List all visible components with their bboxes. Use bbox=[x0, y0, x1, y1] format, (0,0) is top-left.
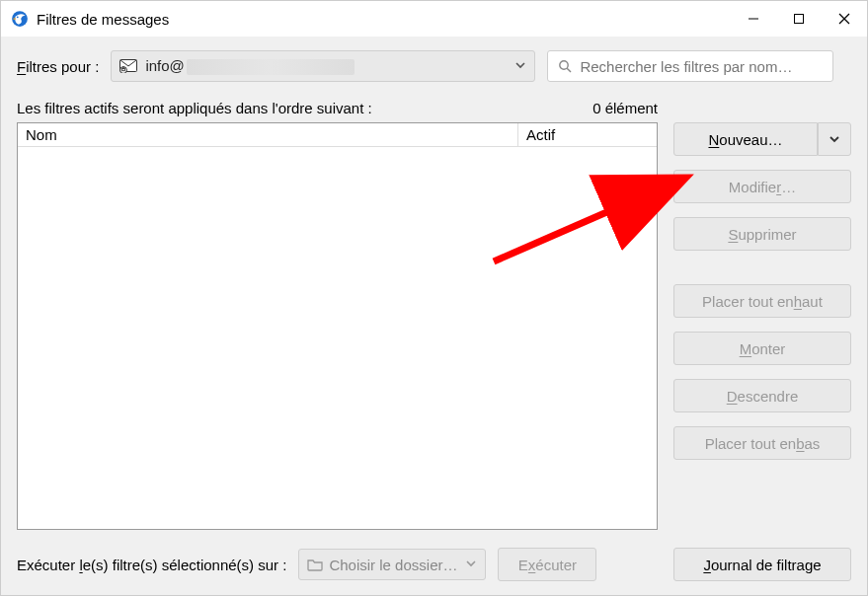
account-text: info@ bbox=[145, 57, 354, 75]
mail-icon bbox=[119, 59, 137, 73]
window-title: Filtres de messages bbox=[37, 11, 169, 28]
thunderbird-icon bbox=[11, 10, 29, 28]
order-caption: Les filtres actifs seront appliqués dans… bbox=[17, 100, 592, 116]
content-area: Filtres pour : info@ Rechercher les filt bbox=[1, 37, 867, 595]
move-bottom-button[interactable]: Placer tout en bas bbox=[673, 426, 851, 460]
chevron-down-icon bbox=[465, 557, 477, 572]
new-button-split: Nouveau… bbox=[673, 122, 851, 156]
close-button[interactable] bbox=[822, 3, 867, 35]
mid-area: Nom Actif Nouveau… Modifier… Supprimer P… bbox=[17, 122, 851, 530]
bottom-row: Exécuter le(s) filtre(s) sélectionné(s) … bbox=[17, 548, 851, 581]
new-button[interactable]: Nouveau… bbox=[673, 122, 818, 156]
filters-table[interactable]: Nom Actif bbox=[17, 122, 658, 530]
move-down-button[interactable]: Descendre bbox=[673, 379, 851, 412]
account-select[interactable]: info@ bbox=[111, 50, 535, 82]
search-icon bbox=[558, 59, 572, 73]
svg-point-7 bbox=[120, 67, 127, 73]
folder-icon bbox=[307, 558, 323, 571]
item-count: 0 élément bbox=[592, 100, 658, 116]
svg-point-1 bbox=[17, 16, 19, 18]
move-up-button[interactable]: Monter bbox=[673, 332, 851, 365]
search-input[interactable]: Rechercher les filtres par nom… bbox=[547, 50, 833, 82]
search-placeholder: Rechercher les filtres par nom… bbox=[580, 58, 792, 75]
folder-placeholder: Choisir le dossier… bbox=[329, 557, 465, 573]
folder-select[interactable]: Choisir le dossier… bbox=[298, 549, 486, 580]
svg-point-9 bbox=[560, 61, 568, 69]
table-header: Nom Actif bbox=[18, 123, 657, 147]
filter-log-button[interactable]: Journal de filtrage bbox=[673, 548, 851, 581]
table-body[interactable] bbox=[18, 147, 657, 529]
move-top-button[interactable]: Placer tout en haut bbox=[673, 284, 851, 318]
side-buttons: Nouveau… Modifier… Supprimer Placer tout… bbox=[673, 122, 851, 530]
modify-button[interactable]: Modifier… bbox=[673, 170, 851, 203]
new-button-dropdown[interactable] bbox=[818, 122, 851, 156]
delete-button[interactable]: Supprimer bbox=[673, 217, 851, 251]
titlebar: Filtres de messages bbox=[1, 1, 867, 37]
chevron-down-icon bbox=[514, 58, 526, 74]
minimize-button[interactable] bbox=[731, 3, 776, 35]
filters-for-label: Filtres pour : bbox=[17, 58, 99, 75]
redacted-account bbox=[187, 59, 355, 75]
maximize-button[interactable] bbox=[776, 3, 822, 35]
svg-line-10 bbox=[568, 68, 572, 72]
mid-header: Les filtres actifs seront appliqués dans… bbox=[17, 100, 851, 116]
col-nom[interactable]: Nom bbox=[18, 123, 518, 146]
svg-rect-3 bbox=[795, 15, 804, 24]
top-row: Filtres pour : info@ Rechercher les filt bbox=[17, 50, 851, 82]
col-actif[interactable]: Actif bbox=[518, 123, 657, 146]
run-on-label: Exécuter le(s) filtre(s) sélectionné(s) … bbox=[17, 557, 286, 573]
execute-button[interactable]: Exécuter bbox=[498, 548, 596, 581]
